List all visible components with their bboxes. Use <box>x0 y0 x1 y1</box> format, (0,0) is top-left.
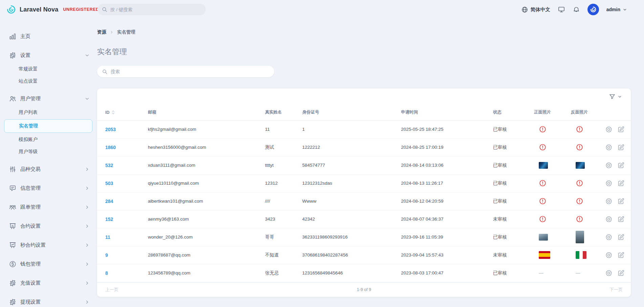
row-id-link[interactable]: 2053 <box>97 120 140 138</box>
table-row[interactable]: 9286978687@qq.com不知道37068619840228745620… <box>97 246 631 264</box>
table-row[interactable]: 2053kfjhs2gmail@gmail.com1112025-05-25 1… <box>97 120 631 138</box>
eye-icon <box>605 269 613 277</box>
sidebar-item-recharge-settings[interactable]: 充值设置 <box>0 275 97 291</box>
table-row[interactable]: 1860heshen3156000@gmail.com测试12222122024… <box>97 138 631 156</box>
row-id-link[interactable]: 503 <box>97 174 140 192</box>
view-button[interactable] <box>605 162 613 169</box>
edit-button[interactable] <box>617 216 625 223</box>
row-email: kfjhs2gmail@gmail.com <box>140 120 257 138</box>
view-button[interactable] <box>605 126 613 133</box>
edit-button[interactable] <box>617 198 625 205</box>
photo-warning-icon <box>539 197 563 205</box>
row-id-link[interactable]: 11 <box>97 228 140 246</box>
pagination-range: 1-9 of 9 <box>357 287 371 292</box>
global-search-input[interactable] <box>110 7 202 12</box>
row-applied-at: 2024-08-07 04:36:37 <box>393 210 485 228</box>
eye-icon <box>605 251 613 259</box>
sidebar-item-copy-trading[interactable]: 跟单管理 <box>0 199 97 215</box>
sidebar-item-user-management[interactable]: 用户管理 <box>0 91 97 106</box>
row-real-name: 12312 <box>257 174 294 192</box>
row-status: 未审核 <box>485 210 526 228</box>
back-photo-thumbnail[interactable] <box>576 231 597 243</box>
column-header: 邮箱 <box>140 105 257 120</box>
view-button[interactable] <box>605 180 613 187</box>
table-row[interactable]: 532xduan3111@gmail.comttttyt584574777202… <box>97 156 631 174</box>
board-chart-icon <box>9 241 17 249</box>
sidebar-subitem[interactable]: 常规设置 <box>0 63 97 75</box>
view-button[interactable] <box>605 216 613 223</box>
avatar[interactable] <box>587 4 599 15</box>
edit-button[interactable] <box>617 162 625 169</box>
view-button[interactable] <box>605 233 613 241</box>
chart-bar-icon <box>9 33 17 40</box>
view-button[interactable] <box>605 251 613 259</box>
breadcrumb-resources-link[interactable]: 资源 <box>97 29 106 35</box>
front-photo-thumbnail[interactable] <box>539 234 563 241</box>
edit-button[interactable] <box>617 180 625 187</box>
sidebar-item-contract-settings[interactable]: 合约设置 <box>0 218 97 234</box>
row-id-link[interactable]: 532 <box>97 156 140 174</box>
chevron-right-icon <box>85 186 90 191</box>
sidebar-subitem[interactable]: 模拟账户 <box>0 134 97 146</box>
back-photo-thumbnail[interactable] <box>576 251 597 259</box>
sidebar-item-label: 合约设置 <box>20 223 81 229</box>
row-email: albertkwan101@gmail.com <box>140 192 257 210</box>
row-id-number: 1231656849845646 <box>294 264 393 282</box>
chevron-right-icon <box>85 300 90 305</box>
column-header[interactable]: ID <box>97 105 140 120</box>
next-page-button[interactable]: 下一页 <box>609 287 623 293</box>
display-mode-button[interactable] <box>558 6 565 13</box>
table-row[interactable]: 11wonder_20@126.com哥哥3623311986092939162… <box>97 228 631 246</box>
front-photo-thumbnail[interactable] <box>539 162 563 169</box>
row-id-link[interactable]: 1860 <box>97 138 140 156</box>
photo-warning-icon <box>576 125 597 133</box>
sidebar-subitem[interactable]: 用户等级 <box>0 146 97 158</box>
view-button[interactable] <box>605 269 613 277</box>
sort-icon[interactable] <box>112 110 115 115</box>
prev-page-button[interactable]: 上一页 <box>105 287 118 293</box>
sidebar-item-withdraw-settings[interactable]: 提现设置 <box>0 294 97 307</box>
brand[interactable]: Laravel Nova <box>6 4 58 15</box>
topbar-right-cluster: 简体中文 admin <box>521 4 627 15</box>
column-header: 正面照片 <box>526 105 563 120</box>
row-id-link[interactable]: 284 <box>97 192 140 210</box>
filter-dropdown-button[interactable] <box>609 93 622 100</box>
sidebar-item-second-contract-settings[interactable]: 秒合约设置 <box>0 237 97 253</box>
back-photo-thumbnail[interactable] <box>576 162 597 169</box>
view-button[interactable] <box>605 144 613 151</box>
table-row[interactable]: 152aenmy36@163.com3423423422024-08-07 04… <box>97 210 631 228</box>
row-id-link[interactable]: 9 <box>97 246 140 264</box>
resource-search[interactable] <box>97 66 274 77</box>
edit-button[interactable] <box>617 126 625 133</box>
notifications-button[interactable] <box>573 6 580 13</box>
currency-dollar-icon <box>9 260 17 268</box>
sidebar-subitem[interactable]: 用户列表 <box>0 106 97 119</box>
row-applied-at: 2023-09-16 11:05:39 <box>393 228 485 246</box>
edit-button[interactable] <box>617 269 625 277</box>
sidebar-item-settings[interactable]: 设置 <box>0 47 97 63</box>
edit-button[interactable] <box>617 251 625 259</box>
column-header: 真实姓名 <box>257 105 294 120</box>
table-row[interactable]: 503qiyue110110@gmail.com1231212312312sda… <box>97 174 631 192</box>
edit-button[interactable] <box>617 144 625 151</box>
sidebar-item-variety-trading[interactable]: 品种交易 <box>0 161 97 177</box>
global-search[interactable] <box>97 4 206 15</box>
row-id-link[interactable]: 152 <box>97 210 140 228</box>
table-row[interactable]: 8123456789@qq.com张无忌12316568498456462023… <box>97 264 631 282</box>
language-switcher[interactable]: 简体中文 <box>521 6 550 13</box>
sidebar-item-wallet-management[interactable]: 钱包管理 <box>0 256 97 272</box>
sidebar-item-home[interactable]: 主页 <box>0 28 97 44</box>
row-id-link[interactable]: 8 <box>97 264 140 282</box>
row-id-number: 362331198609293916 <box>294 228 393 246</box>
sidebar-subitem-active[interactable]: 实名管理 <box>4 119 92 133</box>
front-photo-thumbnail[interactable] <box>539 251 563 259</box>
sidebar-item-info-management[interactable]: 信息管理 <box>0 180 97 196</box>
edit-button[interactable] <box>617 233 625 241</box>
resource-search-input[interactable] <box>111 69 269 74</box>
view-button[interactable] <box>605 198 613 205</box>
user-group-icon <box>9 203 17 211</box>
table-row[interactable]: 284albertkwan101@gmail.com////Wwww2024-0… <box>97 192 631 210</box>
sidebar-subitem[interactable]: 站点设置 <box>0 75 97 87</box>
user-menu[interactable]: admin <box>606 7 627 12</box>
row-applied-at: 2024-08-25 17:00:19 <box>393 138 485 156</box>
